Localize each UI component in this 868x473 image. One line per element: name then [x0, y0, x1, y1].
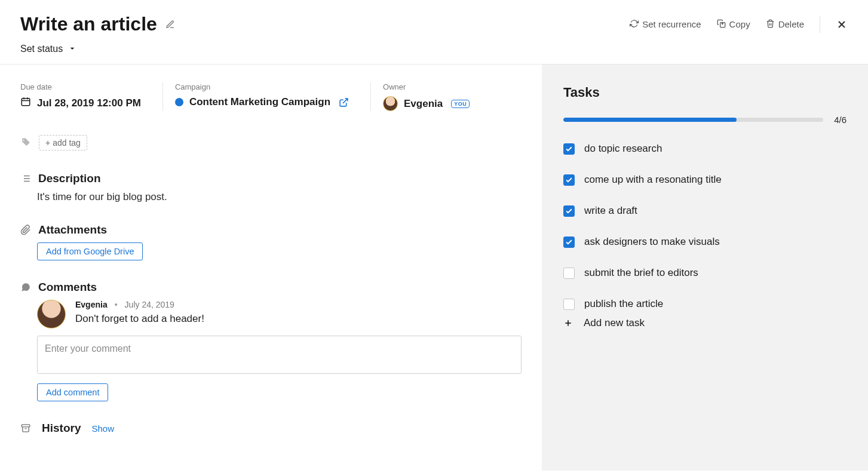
add-task-button[interactable]: Add new task — [563, 317, 846, 329]
checkbox-checked-icon[interactable] — [563, 174, 575, 186]
set-recurrence-button[interactable]: Set recurrence — [630, 19, 701, 30]
tasks-progress-text: 4/6 — [834, 115, 846, 125]
plus-icon: + — [45, 138, 50, 148]
owner-label: Owner — [383, 82, 470, 91]
status-label: Set status — [20, 44, 63, 54]
task-label: ask designers to make visuals — [584, 236, 720, 248]
task-label: publish the article — [584, 298, 663, 310]
history-heading: History — [42, 422, 81, 435]
comment-date: July 24, 2019 — [125, 300, 174, 309]
close-button[interactable] — [836, 19, 848, 30]
chevron-down-icon — [68, 42, 77, 56]
svg-rect-17 — [22, 425, 30, 427]
checkbox-checked-icon[interactable] — [563, 236, 575, 248]
task-label: submit the brief to editors — [584, 267, 698, 279]
due-date-value[interactable]: Jul 28, 2019 12:00 PM — [20, 96, 141, 110]
history-show-link[interactable]: Show — [91, 423, 114, 434]
task-item[interactable]: submit the brief to editors — [563, 267, 846, 279]
comments-heading: Comments — [38, 281, 97, 294]
avatar — [383, 96, 398, 111]
tag-icon — [20, 137, 32, 149]
description-heading: Description — [38, 172, 101, 185]
recurrence-icon — [630, 19, 639, 30]
set-recurrence-label: Set recurrence — [642, 19, 701, 29]
add-tag-label: add tag — [53, 138, 81, 148]
svg-point-10 — [23, 139, 24, 140]
checkbox-unchecked-icon[interactable] — [563, 299, 575, 310]
external-link-icon[interactable] — [339, 97, 349, 108]
task-label: do topic research — [584, 143, 662, 155]
header-divider — [820, 16, 820, 33]
avatar — [37, 300, 66, 328]
add-task-label: Add new task — [584, 317, 645, 329]
campaign-color-dot — [175, 98, 183, 106]
paperclip-icon — [20, 225, 31, 235]
checkbox-checked-icon[interactable] — [563, 205, 575, 217]
task-item[interactable]: publish the article — [563, 298, 846, 310]
delete-label: Delete — [778, 19, 804, 29]
copy-icon — [717, 19, 726, 30]
due-date-label: Due date — [20, 82, 141, 91]
add-tag-button[interactable]: + add tag — [39, 135, 87, 150]
archive-icon — [20, 423, 31, 434]
trash-icon — [766, 19, 775, 30]
checkbox-checked-icon[interactable] — [563, 143, 575, 155]
owner-value[interactable]: Evgenia YOU — [383, 96, 470, 111]
comment-item: Evgenia • July 24, 2019 Don't forget to … — [20, 300, 522, 328]
page-title: Write an article — [20, 13, 157, 35]
attachments-heading: Attachments — [38, 223, 107, 236]
comment-author: Evgenia — [75, 300, 108, 309]
add-comment-button[interactable]: Add comment — [37, 383, 108, 401]
add-from-drive-button[interactable]: Add from Google Drive — [37, 242, 143, 260]
campaign-name: Content Marketing Campaign — [189, 96, 330, 108]
due-date-text: Jul 28, 2019 12:00 PM — [37, 97, 141, 109]
delete-button[interactable]: Delete — [766, 19, 804, 30]
svg-rect-5 — [22, 99, 30, 106]
svg-line-9 — [343, 99, 348, 103]
description-text[interactable]: It's time for our big blog post. — [20, 191, 522, 203]
comment-input[interactable] — [37, 336, 522, 374]
checkbox-unchecked-icon[interactable] — [563, 268, 575, 279]
copy-label: Copy — [729, 19, 750, 29]
campaign-label: Campaign — [175, 82, 349, 91]
task-item[interactable]: write a draft — [563, 205, 846, 217]
dot-separator: • — [115, 300, 118, 309]
task-item[interactable]: ask designers to make visuals — [563, 236, 846, 248]
task-item[interactable]: come up with a resonating title — [563, 174, 846, 186]
calendar-icon — [20, 96, 31, 110]
task-item[interactable]: do topic research — [563, 143, 846, 155]
owner-name: Evgenia — [404, 98, 443, 110]
task-label: come up with a resonating title — [584, 174, 722, 186]
tasks-progress-bar — [563, 118, 823, 122]
comment-icon — [20, 282, 31, 293]
you-badge: YOU — [451, 100, 470, 108]
status-dropdown[interactable]: Set status — [20, 42, 848, 56]
copy-button[interactable]: Copy — [717, 19, 750, 30]
task-label: write a draft — [584, 205, 637, 217]
plus-icon — [563, 318, 573, 328]
edit-icon[interactable] — [165, 20, 175, 29]
list-icon — [20, 173, 31, 184]
comment-text: Don't forget to add a header! — [75, 313, 522, 325]
tasks-heading: Tasks — [563, 85, 846, 100]
